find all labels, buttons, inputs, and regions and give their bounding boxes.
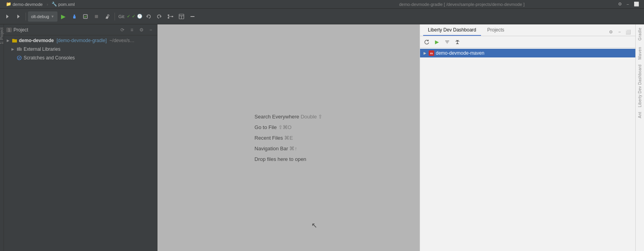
minimize-button[interactable]: [187, 11, 198, 22]
hint-nav-bar: Navigation Bar ⌘↑: [255, 146, 297, 151]
tree-item-external-libs[interactable]: ▶ External Libraries: [4, 45, 157, 54]
tab-projects[interactable]: Projects: [483, 25, 509, 36]
hint-recent-files-text: Recent Files: [255, 135, 285, 141]
hint-recent-files: Recent Files ⌘E: [255, 135, 293, 141]
redo-button[interactable]: [154, 11, 165, 22]
left-strip-label[interactable]: 1: Project: [0, 24, 4, 47]
left-strip: 1: Project: [0, 24, 4, 251]
git-status: Git: ✓ ✓ 🕐: [118, 14, 142, 19]
run-config-selector[interactable]: olt-debug ▼: [28, 11, 57, 22]
toolbar-sep-2: [115, 13, 115, 20]
stop-button[interactable]: [91, 11, 102, 22]
forward-button[interactable]: [13, 11, 24, 22]
project-settings-button[interactable]: ⚙: [137, 26, 145, 34]
right-tree-item-maven[interactable]: ▶ m demo-devmode-maven: [420, 49, 635, 57]
project-sync-button[interactable]: ⟳: [118, 26, 126, 34]
right-settings1-button[interactable]: [443, 38, 452, 46]
cursor: ↖: [311, 221, 317, 230]
toolbar-sep-1: [26, 13, 26, 20]
project-collapse-button[interactable]: ≡: [128, 26, 136, 34]
title-bar: 📁 demo-devmode › 🔧 pom.xml demo-devmode-…: [0, 0, 644, 9]
hint-drop-files: Drop files here to open: [255, 156, 307, 162]
title-actions: ⚙ − ⬜: [616, 2, 641, 7]
debug-button[interactable]: [69, 11, 80, 22]
pom-icon: 🔧: [52, 2, 57, 7]
right-refresh-button[interactable]: [422, 38, 431, 46]
run-config-arrow: ▼: [51, 15, 54, 18]
svg-rect-5: [168, 15, 169, 16]
coverage-button[interactable]: [80, 11, 91, 22]
git-label: Git:: [118, 14, 125, 19]
tab-pom-label: pom.xml: [58, 2, 75, 7]
build-button[interactable]: [102, 11, 113, 22]
git-check2-icon: ✓: [132, 14, 135, 19]
tab-separator: ›: [46, 2, 48, 7]
tree-item-scratches[interactable]: Scratches and Consoles: [4, 54, 157, 62]
tab-pom-xml[interactable]: 🔧 pom.xml: [49, 0, 78, 9]
editor-area[interactable]: Search Everywhere Double ⇧ Go to File ⇧⌘…: [157, 24, 420, 251]
svg-rect-3: [95, 15, 98, 18]
svg-rect-1: [73, 16, 76, 18]
root-module-label: [demo-devmode-gradle]: [57, 38, 107, 43]
right-panel-expand-button[interactable]: ⬜: [624, 28, 632, 36]
main-toolbar: olt-debug ▼ ▶ Git: ✓ ✓ 🕐: [0, 9, 644, 24]
svg-rect-13: [191, 16, 194, 17]
extlibs-icon: [16, 46, 22, 52]
svg-point-4: [107, 15, 109, 16]
svg-rect-16: [20, 48, 22, 51]
svg-point-0: [74, 15, 75, 16]
svg-rect-14: [17, 48, 19, 51]
right-toolbar: ▶: [420, 36, 635, 48]
run-button[interactable]: ▶: [58, 11, 68, 22]
tab-liberty-dev[interactable]: Liberty Dev Dashboard: [423, 25, 481, 36]
root-path-label: ~/devex/s…: [109, 38, 135, 43]
back-button[interactable]: [2, 11, 13, 22]
hint-nav-bar-text: Navigation Bar: [255, 146, 290, 151]
title-tabs: 📁 demo-devmode › 🔧 pom.xml: [3, 0, 307, 9]
title-action-minus[interactable]: −: [625, 2, 631, 7]
scratches-icon: [16, 55, 22, 61]
root-arrow: ▶: [6, 39, 10, 42]
svg-rect-7: [172, 16, 173, 17]
folder-icon: 📁: [6, 2, 11, 7]
window-layout-button[interactable]: [176, 11, 187, 22]
hint-goto-file-text: Go to File: [255, 124, 278, 130]
vcs-button[interactable]: [165, 11, 176, 22]
root-label: demo-devmode: [19, 38, 54, 43]
title-action-expand[interactable]: ⬜: [632, 2, 641, 7]
undo-button[interactable]: [143, 11, 154, 22]
far-right-strip: Gradle Maven Liberty Dev Dashboard Ant: [635, 24, 644, 251]
main-layout: 1: Project 1 Project ⟳ ≡ ⚙ − ▶ demo-devm…: [0, 24, 644, 251]
tab-demo-devmode[interactable]: 📁 demo-devmode: [3, 0, 46, 9]
right-panel-tab-actions: ⚙ − ⬜: [607, 28, 632, 36]
project-close-button[interactable]: −: [147, 26, 155, 34]
hint-goto-file-key: ⇧⌘O: [278, 124, 292, 130]
right-settings2-button[interactable]: [453, 38, 462, 46]
strip-maven-label[interactable]: Maven: [637, 44, 643, 63]
editor-hints: Search Everywhere Double ⇧ Go to File ⇧⌘…: [255, 114, 323, 162]
right-play-button[interactable]: ▶: [433, 38, 441, 46]
root-folder-icon: [11, 37, 18, 44]
right-panel-tabs: Liberty Dev Dashboard Projects ⚙ − ⬜: [420, 24, 635, 36]
run-config-label: olt-debug: [31, 14, 49, 19]
project-panel-title: Project: [13, 27, 117, 33]
tab-demo-devmode-label: demo-devmode: [13, 2, 43, 7]
hint-search-text: Search Everywhere: [255, 114, 301, 120]
strip-gradle-label[interactable]: Gradle: [637, 24, 643, 44]
svg-rect-15: [19, 47, 20, 51]
tree-item-root[interactable]: ▶ demo-devmode [demo-devmode-gradle] ~/d…: [4, 36, 157, 45]
tab-liberty-dev-label: Liberty Dev Dashboard: [428, 27, 476, 33]
title-action-settings[interactable]: ⚙: [616, 2, 624, 7]
right-panel-tree: ▶ m demo-devmode-maven: [420, 48, 635, 251]
strip-ant-label[interactable]: Ant: [637, 109, 643, 122]
hint-drop-files-text: Drop files here to open: [255, 156, 307, 162]
tab-projects-label: Projects: [487, 27, 504, 33]
right-panel-settings-button[interactable]: ⚙: [607, 28, 615, 36]
strip-liberty-label[interactable]: Liberty Dev Dashboard: [637, 63, 643, 109]
project-panel-header: 1 Project ⟳ ≡ ⚙ −: [4, 24, 157, 35]
scratches-label: Scratches and Consoles: [24, 55, 75, 61]
right-panel-minimize-button[interactable]: −: [616, 28, 624, 36]
extlibs-arrow: ▶: [10, 47, 15, 51]
maven-item-label: demo-devmode-maven: [436, 50, 484, 56]
liberty-dev-dashboard-panel: Liberty Dev Dashboard Projects ⚙ − ⬜ ▶: [420, 24, 635, 251]
